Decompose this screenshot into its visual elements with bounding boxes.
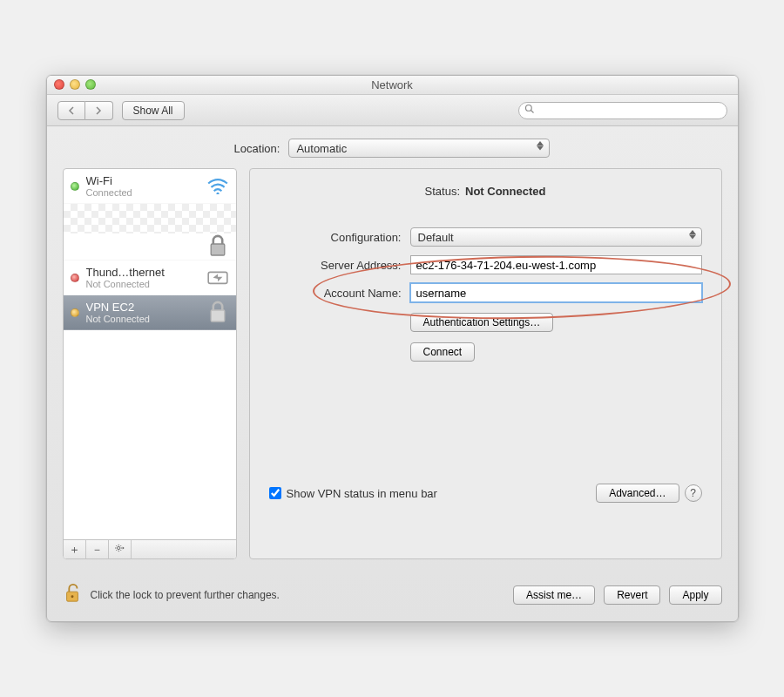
connect-row: Connect [269, 342, 702, 362]
apply-button[interactable]: Apply [669, 585, 721, 605]
service-name: Thund…thernet [86, 266, 199, 279]
show-vpn-status-row: Show VPN status in menu bar Advanced… ? [269, 484, 702, 503]
content-area: Location: Automatic Wi-Fi Connected [47, 126, 738, 572]
server-address-label: Server Address: [269, 259, 402, 272]
status-dot-icon [71, 274, 79, 282]
network-prefs-window: Network Show All Location: Automatic [46, 75, 739, 622]
search-field[interactable] [518, 102, 727, 119]
ethernet-icon [206, 268, 229, 288]
configuration-select[interactable]: Default [410, 227, 702, 247]
traffic-lights [54, 79, 96, 90]
svg-line-14 [120, 545, 121, 546]
connect-button[interactable]: Connect [410, 342, 476, 362]
service-item-thunderbolt[interactable]: Thund…thernet Not Connected [64, 261, 236, 295]
nav-segment [57, 101, 113, 120]
forward-button[interactable] [85, 101, 113, 120]
server-address-input[interactable] [410, 255, 702, 274]
show-all-button[interactable]: Show All [122, 101, 185, 120]
help-button[interactable]: ? [685, 484, 702, 502]
services-sidebar: Wi-Fi Connected [63, 168, 237, 559]
account-name-input[interactable] [410, 283, 702, 302]
configuration-value: Default [418, 231, 454, 244]
advanced-button[interactable]: Advanced… [596, 484, 679, 503]
service-item-locked[interactable] [64, 233, 236, 261]
svg-line-11 [116, 545, 117, 546]
svg-point-16 [71, 595, 73, 598]
svg-rect-3 [211, 244, 225, 255]
titlebar: Network [47, 76, 738, 95]
service-status: Not Connected [86, 279, 199, 289]
status-value: Not Connected [465, 185, 545, 198]
service-item-blank [64, 204, 236, 233]
location-row: Location: Automatic [63, 139, 722, 158]
lock-icon [206, 303, 229, 322]
svg-line-1 [531, 111, 533, 113]
zoom-button[interactable] [85, 79, 96, 90]
configuration-label: Configuration: [269, 231, 402, 244]
service-status: Connected [86, 187, 199, 198]
service-actions-button[interactable] [109, 540, 132, 558]
svg-point-2 [216, 193, 219, 195]
svg-line-13 [116, 550, 117, 551]
status-dot-icon [71, 182, 79, 191]
window-title: Network [371, 78, 413, 91]
minimize-button[interactable] [70, 79, 80, 90]
svg-line-12 [120, 550, 121, 551]
account-name-row: Account Name: [269, 283, 702, 302]
unlock-icon[interactable] [63, 582, 82, 607]
service-item-wifi[interactable]: Wi-Fi Connected [64, 169, 236, 204]
location-select[interactable]: Automatic [288, 139, 550, 158]
svg-rect-5 [211, 310, 225, 321]
remove-service-button[interactable]: － [86, 540, 109, 558]
toolbar: Show All [47, 95, 738, 126]
sidebar-footer: ＋ － [64, 539, 236, 558]
show-vpn-status-checkbox[interactable] [269, 487, 281, 499]
auth-settings-button[interactable]: Authentication Settings… [410, 313, 554, 332]
window-footer: Click the lock to prevent further change… [47, 572, 738, 621]
location-value: Automatic [296, 142, 347, 155]
status-dot-icon [71, 308, 79, 317]
gear-icon [114, 543, 125, 556]
server-address-row: Server Address: [269, 255, 702, 274]
service-detail-panel: Status: Not Connected Configuration: Def… [249, 168, 722, 559]
service-item-vpn-ec2[interactable]: VPN EC2 Not Connected [64, 295, 236, 330]
close-button[interactable] [54, 79, 64, 90]
status-row: Status: Not Connected [269, 185, 702, 198]
account-name-label: Account Name: [269, 287, 402, 300]
show-vpn-status-label: Show VPN status in menu bar [287, 487, 437, 500]
lock-message: Click the lock to prevent further change… [91, 589, 280, 601]
svg-point-6 [118, 546, 120, 549]
svg-point-0 [525, 105, 531, 112]
status-label: Status: [425, 185, 460, 198]
configuration-row: Configuration: Default [269, 227, 702, 247]
assist-me-button[interactable]: Assist me… [513, 585, 595, 605]
search-input[interactable] [538, 105, 721, 117]
service-status: Not Connected [86, 314, 199, 324]
lock-icon [206, 237, 229, 256]
services-list: Wi-Fi Connected [64, 169, 236, 539]
auth-settings-row: Authentication Settings… [269, 313, 702, 332]
wifi-icon [206, 177, 229, 196]
service-name: Wi-Fi [86, 174, 199, 187]
revert-button[interactable]: Revert [604, 585, 660, 605]
location-label: Location: [234, 142, 280, 155]
add-service-button[interactable]: ＋ [64, 540, 86, 558]
search-icon [524, 104, 535, 117]
back-button[interactable] [57, 101, 85, 120]
service-name: VPN EC2 [86, 301, 199, 314]
